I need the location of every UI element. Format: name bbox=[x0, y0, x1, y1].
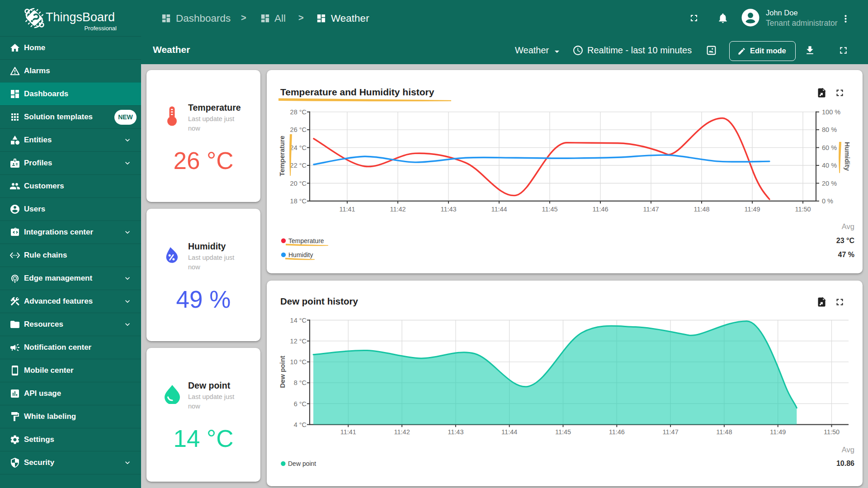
svg-text:26 °C: 26 °C bbox=[290, 126, 307, 133]
svg-text:11:44: 11:44 bbox=[501, 428, 517, 436]
svg-text:11:47: 11:47 bbox=[662, 428, 678, 436]
svg-text:12 °C: 12 °C bbox=[290, 338, 307, 345]
svg-text:4 °C: 4 °C bbox=[294, 421, 307, 428]
svg-text:10.86: 10.86 bbox=[836, 460, 854, 467]
svg-text:Temperature and Humidity histo: Temperature and Humidity history bbox=[280, 87, 434, 97]
svg-text:100 %: 100 % bbox=[822, 108, 840, 116]
svg-text:8 °C: 8 °C bbox=[294, 379, 307, 386]
svg-text:11:43: 11:43 bbox=[448, 428, 463, 436]
svg-text:11:43: 11:43 bbox=[440, 206, 456, 213]
svg-text:Dew point: Dew point bbox=[278, 356, 286, 388]
svg-text:11:47: 11:47 bbox=[643, 206, 659, 213]
svg-text:Temperature: Temperature bbox=[278, 136, 286, 176]
svg-text:Avg: Avg bbox=[842, 446, 854, 454]
svg-text:11:45: 11:45 bbox=[555, 428, 571, 436]
svg-text:10 °C: 10 °C bbox=[290, 358, 307, 366]
svg-text:11:45: 11:45 bbox=[542, 206, 557, 213]
svg-text:11:49: 11:49 bbox=[770, 428, 786, 436]
svg-text:Humidity: Humidity bbox=[844, 142, 851, 171]
svg-text:11:42: 11:42 bbox=[390, 206, 406, 213]
svg-text:11:50: 11:50 bbox=[824, 428, 840, 436]
svg-text:80 %: 80 % bbox=[822, 126, 837, 133]
svg-text:20 °C: 20 °C bbox=[290, 180, 307, 187]
svg-text:20 %: 20 % bbox=[822, 180, 837, 187]
svg-text:22 °C: 22 °C bbox=[290, 162, 307, 169]
svg-text:6 °C: 6 °C bbox=[294, 400, 307, 408]
svg-text:11:48: 11:48 bbox=[693, 206, 709, 213]
svg-text:Humidity: Humidity bbox=[288, 251, 313, 258]
svg-text:11:41: 11:41 bbox=[339, 206, 355, 213]
svg-text:11:50: 11:50 bbox=[795, 206, 811, 213]
svg-text:60 %: 60 % bbox=[822, 144, 837, 151]
svg-text:Avg: Avg bbox=[842, 222, 854, 230]
svg-text:40 %: 40 % bbox=[822, 162, 837, 169]
svg-text:Dew point: Dew point bbox=[288, 460, 316, 467]
svg-text:11:46: 11:46 bbox=[592, 206, 608, 213]
svg-text:11:49: 11:49 bbox=[744, 206, 760, 213]
svg-text:18 °C: 18 °C bbox=[290, 197, 307, 205]
svg-text:Temperature: Temperature bbox=[288, 237, 324, 244]
svg-text:24 °C: 24 °C bbox=[290, 144, 307, 151]
svg-text:23 °C: 23 °C bbox=[836, 237, 855, 244]
svg-text:Dew point history: Dew point history bbox=[280, 296, 359, 306]
svg-text:28 °C: 28 °C bbox=[290, 108, 307, 116]
svg-text:11:44: 11:44 bbox=[491, 206, 507, 213]
svg-text:11:42: 11:42 bbox=[394, 428, 410, 436]
svg-text:11:41: 11:41 bbox=[340, 428, 356, 436]
svg-text:0 %: 0 % bbox=[822, 197, 833, 205]
svg-text:11:48: 11:48 bbox=[716, 428, 732, 436]
svg-text:11:46: 11:46 bbox=[609, 428, 625, 436]
svg-text:14 °C: 14 °C bbox=[290, 317, 307, 324]
svg-text:47 %: 47 % bbox=[838, 251, 854, 258]
